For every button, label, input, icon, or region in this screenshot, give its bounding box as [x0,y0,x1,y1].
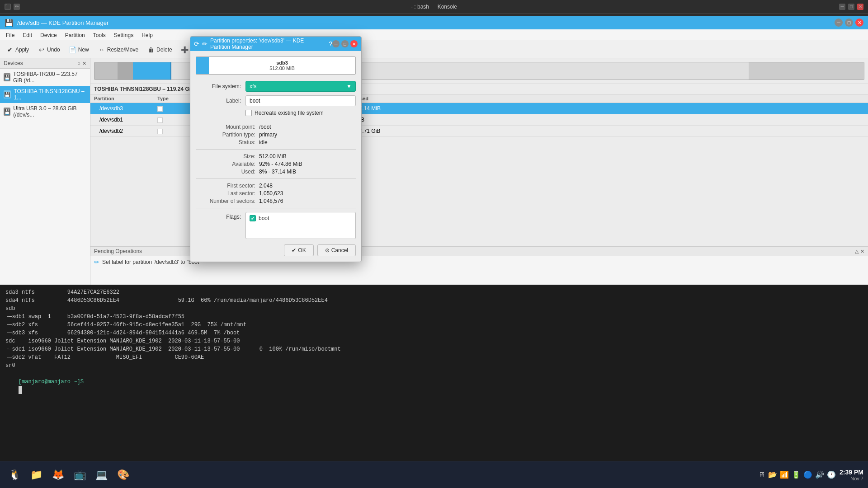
filesystem-select[interactable]: xfs ▼ [245,81,356,92]
pm-menu-tools[interactable]: Tools [90,31,109,39]
pm-titlebar: 💾 /dev/sdb — KDE Partition Manager ─ □ ✕ [0,16,868,29]
resize-icon: ↔ [98,46,105,53]
pm-menu-settings[interactable]: Settings [110,31,137,39]
label-input[interactable] [245,95,356,106]
sys-icon-monitor[interactable]: 🖥 [758,471,765,479]
dialog-pb-main: sdb3 512.00 MiB [209,57,355,74]
konsole-edit-icon[interactable]: ✏ [14,4,20,10]
sys-icon-bluetooth[interactable]: 🔵 [803,470,812,479]
pm-menu-partition[interactable]: Partition [61,31,89,39]
used-row: Used: 8% - 37.14 MiB [196,169,356,175]
konsole-window-controls[interactable]: ⬛ ✏ [5,4,20,10]
mount-point-label: Mount point: [196,124,259,130]
recreate-label: Recreate existing file system [255,110,324,116]
taskbar-icon-0[interactable]: 🐧 [5,465,24,485]
taskbar-icon-5[interactable]: 🎨 [113,465,133,485]
dialog-close-btn[interactable]: ✕ [350,40,358,47]
dialog-help-icon[interactable]: ⟳ [194,40,199,47]
size-row: Size: 512.00 MiB [196,153,356,160]
new-icon: 📄 [69,46,76,53]
pm-menu-help[interactable]: Help [138,31,156,39]
pm-close-btn[interactable]: ✕ [855,19,863,27]
pm-window-controls[interactable]: ─ □ ✕ [835,19,863,27]
ok-button[interactable]: ✔ OK [284,244,313,256]
konsole-close-btn[interactable]: ✕ [857,4,863,10]
taskbar-icon-4[interactable]: 💻 [91,465,111,485]
taskbar-icon-1[interactable]: 📁 [26,465,46,485]
sidebar-item-sda[interactable]: 💾 TOSHIBA-TR200 – 223.57 GiB (/d... [0,69,90,86]
recreate-checkbox[interactable] [245,110,252,116]
num-sectors-row: Number of sectors: 1,048,576 [196,198,356,204]
col-type: Type [154,96,190,101]
flags-control: ✔ boot [245,212,356,239]
new-button[interactable]: 📄 New [66,44,93,55]
label-label: Label: [196,98,245,104]
first-sector-label: First sector: [196,183,259,189]
dialog-buttons: ✔ OK ⊘ Cancel [196,244,356,256]
pm-menu-file[interactable]: File [2,31,18,39]
filesystem-dropdown-icon: ▼ [346,83,352,89]
taskbar-clock[interactable]: 2:39 PM Nov 7 [840,469,863,481]
sys-icon-clock[interactable]: 🕐 [827,470,836,479]
resize-button[interactable]: ↔ Resize/Move [94,44,142,55]
sys-icon-network[interactable]: 📶 [780,470,789,479]
mount-point-row: Mount point: /boot [196,124,356,130]
dialog-maximize-btn[interactable]: □ [341,40,349,47]
dialog-window-controls[interactable]: ─ □ ✕ [332,40,358,47]
apply-button[interactable]: ✔ Apply [3,44,33,55]
clock-date: Nov 7 [840,476,863,481]
delete-button[interactable]: 🗑 Delete [144,44,176,55]
pm-minimize-btn[interactable]: ─ [835,19,843,27]
pending-collapse-btn[interactable]: △ [855,249,859,254]
terminal-prompt-line: [manjaro@manjaro ~]$ [5,370,863,402]
flags-area: ✔ boot [245,212,356,239]
konsole-maximize-btn[interactable]: □ [848,4,854,10]
cell-sdb1-type [154,116,190,124]
dialog-edit-icon[interactable]: ✏ [202,40,208,47]
konsole-minimize-btn[interactable]: ─ [839,4,845,10]
terminal-line-2: sdb [5,305,863,313]
taskbar-icon-3[interactable]: 📺 [70,465,90,485]
pm-maximize-btn[interactable]: □ [845,19,853,27]
pm-toolbar: ✔ Apply ↩ Undo 📄 New ↔ Resize/Move 🗑 Del… [0,41,868,58]
partition-type-row: Partition type: primary [196,131,356,138]
sidebar-item-sdb[interactable]: 💾 TOSHIBA THNSNI128GNU – 1... [0,86,90,103]
dialog-pb-used [196,57,209,74]
first-sector-value: 2,048 [259,183,273,189]
flags-label: Flags: [196,212,245,220]
dialog-title: Partition properties: '/dev/sdb3' — KDE … [210,38,324,50]
partition-type-value: primary [259,131,277,138]
label-control [245,95,356,106]
dialog-minimize-btn[interactable]: ─ [332,40,340,47]
devices-collapse-btn[interactable]: ○ [77,61,80,66]
recreate-row: Recreate existing file system [196,110,356,116]
dialog-pb-size: 512.00 MiB [269,66,295,71]
dialog-titlebar: ⟳ ✏ Partition properties: '/dev/sdb3' — … [190,37,361,51]
flag-boot-checkbox[interactable]: ✔ [250,215,256,221]
devices-close-btn[interactable]: ✕ [82,61,86,66]
pending-close-btn[interactable]: ✕ [860,249,864,254]
clock-time: 2:39 PM [840,469,863,476]
pm-menu-edit[interactable]: Edit [19,31,36,39]
pb-sdb3[interactable] [133,62,171,80]
available-row: Available: 92% - 474.86 MiB [196,161,356,167]
undo-button[interactable]: ↩ Undo [34,44,64,55]
sys-icon-sound[interactable]: 🔊 [815,470,824,479]
sys-icon-folder[interactable]: 📂 [768,470,777,479]
available-label: Available: [196,161,259,167]
flag-boot-label: boot [259,215,269,221]
cell-sdb2-partition: ▶ /dev/sdb2 [90,127,154,135]
sidebar-item-sdc[interactable]: 💾 Ultra USB 3.0 – 28.63 GiB (/dev/s... [0,103,90,120]
pm-menu-device[interactable]: Device [37,31,61,39]
pb-gray1 [94,62,118,80]
filesystem-label: File system: [196,83,245,89]
cancel-button[interactable]: ⊘ Cancel [317,244,356,256]
dialog-question-icon[interactable]: ? [329,40,332,47]
new-partition-icon: ➕ [181,46,189,53]
partition-manager-window: 💾 /dev/sdb — KDE Partition Manager ─ □ ✕… [0,16,868,300]
sys-icon-battery[interactable]: 🔋 [792,470,801,479]
filesystem-value: xfs [250,83,256,89]
taskbar-icon-2[interactable]: 🦊 [48,465,68,485]
pm-title: /dev/sdb — KDE Partition Manager [17,19,108,26]
terminal-line-5: └─sdb3 xfs 66294380-121c-4d24-894d-99415… [5,329,863,337]
